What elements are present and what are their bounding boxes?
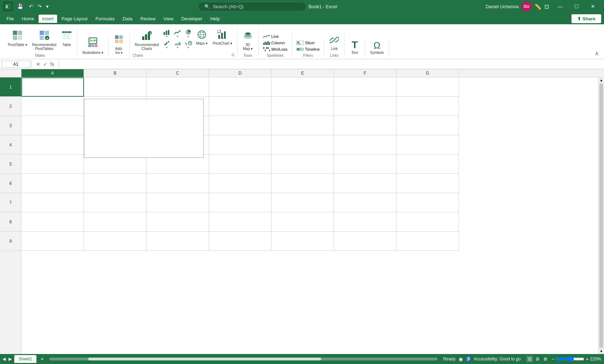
symbols-button[interactable]: Ω Symbols bbox=[368, 39, 386, 56]
menu-page-layout[interactable]: Page Layout bbox=[58, 15, 91, 23]
cell-a1[interactable] bbox=[21, 77, 84, 97]
charts-dialog-launcher[interactable]: ⊡ bbox=[231, 53, 234, 57]
recommended-pivottables-button[interactable]: ★ RecommendedPivotTables bbox=[30, 29, 59, 52]
line-chart-button[interactable]: ▾ bbox=[173, 29, 183, 39]
scroll-thumb-horizontal[interactable] bbox=[88, 358, 321, 360]
name-box[interactable] bbox=[1, 61, 30, 68]
link-button[interactable]: Link bbox=[327, 34, 341, 52]
formula-cancel-icon[interactable]: ✕ bbox=[36, 61, 40, 67]
cell-a6[interactable] bbox=[21, 174, 84, 193]
text-button[interactable]: T Text bbox=[348, 39, 362, 56]
cell-a7[interactable] bbox=[21, 193, 84, 212]
zoom-slider[interactable] bbox=[556, 356, 584, 362]
scroll-sheets-right-button[interactable]: ▶ bbox=[8, 356, 13, 362]
column-chart-button[interactable]: ▾ bbox=[162, 29, 172, 39]
addins-button[interactable]: Add-ins ▾ bbox=[111, 32, 126, 56]
cell-e4[interactable] bbox=[271, 135, 334, 155]
table-button[interactable]: Table bbox=[59, 29, 74, 48]
add-sheet-button[interactable]: ＋ bbox=[38, 355, 46, 363]
cell-a3[interactable] bbox=[21, 116, 84, 135]
illustrations-button[interactable]: Illustrations ▾ bbox=[80, 35, 105, 56]
3d-map-button[interactable]: 3DMap ▾ bbox=[240, 29, 255, 52]
row-num-5[interactable]: 5 bbox=[0, 155, 21, 174]
cell-d5[interactable] bbox=[209, 155, 271, 174]
cell-g2[interactable] bbox=[396, 97, 459, 116]
cell-c6[interactable] bbox=[146, 174, 209, 193]
cell-g1[interactable] bbox=[396, 77, 459, 97]
menu-home[interactable]: Home bbox=[18, 15, 38, 23]
recommended-charts-button[interactable]: ★ RecommendedCharts bbox=[133, 29, 161, 52]
page-layout-view-button[interactable]: ⊞ bbox=[534, 356, 541, 362]
cell-g6[interactable] bbox=[396, 174, 459, 193]
cell-a9[interactable] bbox=[21, 232, 84, 251]
cell-a5[interactable] bbox=[21, 155, 84, 174]
cell-d8[interactable] bbox=[209, 212, 271, 232]
formula-input[interactable] bbox=[60, 61, 603, 67]
cell-g4[interactable] bbox=[396, 135, 459, 155]
cell-e2[interactable] bbox=[271, 97, 334, 116]
col-header-b[interactable]: B bbox=[84, 69, 146, 77]
cell-g9[interactable] bbox=[396, 232, 459, 251]
timeline-button[interactable]: Timeline bbox=[295, 46, 321, 52]
minimize-button[interactable]: — bbox=[552, 0, 568, 13]
col-header-a[interactable]: A bbox=[21, 69, 84, 77]
save-button[interactable]: 💾 bbox=[16, 2, 25, 11]
menu-view[interactable]: View bbox=[160, 15, 177, 23]
menu-data[interactable]: Data bbox=[119, 15, 136, 23]
pie-chart-button[interactable]: ▾ bbox=[183, 29, 193, 39]
slicer-button[interactable]: Slicer bbox=[295, 40, 321, 46]
cell-c9[interactable] bbox=[146, 232, 209, 251]
cell-e5[interactable] bbox=[271, 155, 334, 174]
maximize-button[interactable]: ☐ bbox=[568, 0, 585, 13]
cell-f5[interactable] bbox=[334, 155, 396, 174]
row-num-3[interactable]: 3 bbox=[0, 116, 21, 135]
horizontal-scrollbar[interactable] bbox=[49, 358, 438, 360]
more-charts-button[interactable]: ▾ bbox=[183, 40, 193, 50]
col-header-d[interactable]: D bbox=[209, 69, 271, 77]
cell-c8[interactable] bbox=[146, 212, 209, 232]
pivotchart-button[interactable]: PivotChart ▾ bbox=[210, 29, 234, 47]
pivot-table-button[interactable]: PivotTable ▾ bbox=[6, 29, 29, 48]
cell-b9[interactable] bbox=[84, 232, 146, 251]
menu-review[interactable]: Review bbox=[137, 15, 159, 23]
scroll-sheets-left-button[interactable]: ◀ bbox=[1, 356, 7, 362]
cell-g7[interactable] bbox=[396, 193, 459, 212]
cell-f3[interactable] bbox=[334, 116, 396, 135]
normal-view-button[interactable]: ⊟ bbox=[526, 356, 533, 362]
cell-f2[interactable] bbox=[334, 97, 396, 116]
cell-d2[interactable] bbox=[209, 97, 271, 116]
cell-b1[interactable] bbox=[84, 77, 146, 97]
cell-d6[interactable] bbox=[209, 174, 271, 193]
maps-button[interactable]: Maps ▾ bbox=[194, 29, 210, 47]
redo-button[interactable]: ↷ bbox=[36, 2, 43, 11]
area-chart-button[interactable]: ▾ bbox=[173, 40, 183, 50]
row-num-9[interactable]: 9 bbox=[0, 232, 21, 251]
cell-e3[interactable] bbox=[271, 116, 334, 135]
cell-e7[interactable] bbox=[271, 193, 334, 212]
scroll-down-button[interactable]: ▼ bbox=[599, 348, 604, 354]
cell-a8[interactable] bbox=[21, 212, 84, 232]
row-num-2[interactable]: 2 bbox=[0, 97, 21, 116]
cell-g5[interactable] bbox=[396, 155, 459, 174]
menu-file[interactable]: File bbox=[3, 15, 18, 23]
cell-d1[interactable] bbox=[209, 77, 271, 97]
scroll-up-button[interactable]: ▲ bbox=[599, 77, 604, 83]
cell-f8[interactable] bbox=[334, 212, 396, 232]
cell-e6[interactable] bbox=[271, 174, 334, 193]
cell-g3[interactable] bbox=[396, 116, 459, 135]
cell-f6[interactable] bbox=[334, 174, 396, 193]
col-header-c[interactable]: C bbox=[146, 69, 209, 77]
cell-f9[interactable] bbox=[334, 232, 396, 251]
line-sparkline-button[interactable]: Line bbox=[261, 34, 289, 39]
cell-b8[interactable] bbox=[84, 212, 146, 232]
col-header-e[interactable]: E bbox=[271, 69, 334, 77]
cell-g8[interactable] bbox=[396, 212, 459, 232]
customize-qat-button[interactable]: ▾ bbox=[45, 2, 50, 11]
cell-e8[interactable] bbox=[271, 212, 334, 232]
row-num-8[interactable]: 8 bbox=[0, 212, 21, 232]
cell-e1[interactable] bbox=[271, 77, 334, 97]
cell-c7[interactable] bbox=[146, 193, 209, 212]
cell-c1[interactable] bbox=[146, 77, 209, 97]
cell-d4[interactable] bbox=[209, 135, 271, 155]
menu-help[interactable]: Help bbox=[207, 15, 224, 23]
